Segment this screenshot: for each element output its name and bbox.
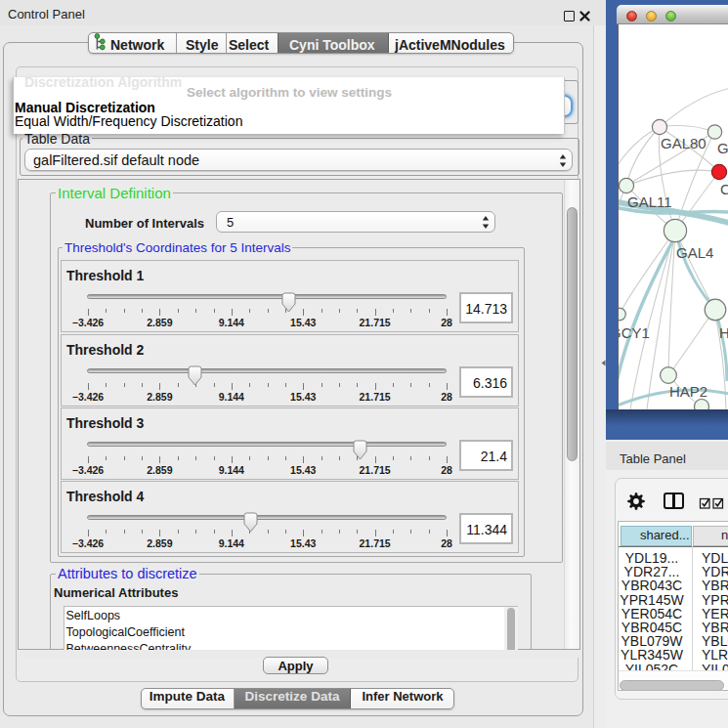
svg-text:GCY1: GCY1 (618, 324, 650, 341)
svg-text:HAP2: HAP2 (669, 383, 707, 400)
svg-text:H: H (719, 324, 728, 341)
svg-text:GAL4: GAL4 (676, 244, 713, 261)
svg-text:C: C (720, 181, 728, 197)
svg-text:G.: G. (717, 140, 728, 156)
svg-text:GAL11: GAL11 (627, 193, 672, 210)
svg-text:GAL80: GAL80 (661, 135, 707, 151)
